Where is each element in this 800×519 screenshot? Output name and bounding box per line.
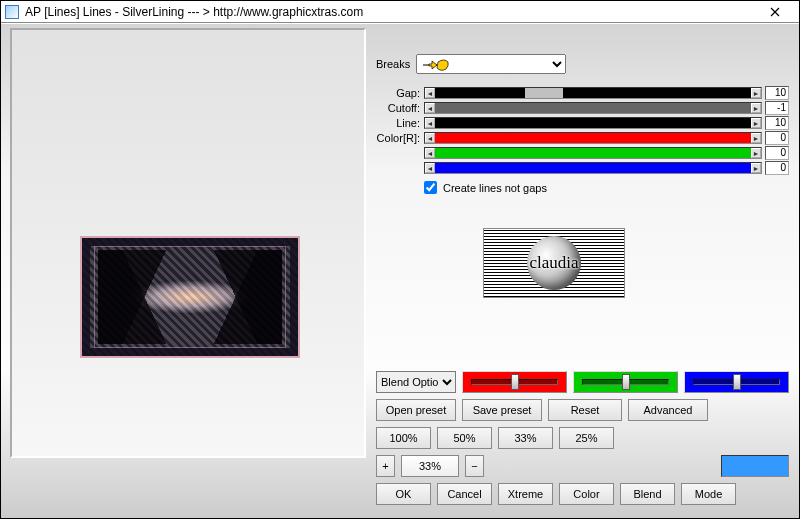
arrow-left-icon[interactable]: ◄ <box>425 148 435 158</box>
zoom-value[interactable]: 33% <box>401 455 459 477</box>
arrow-right-icon[interactable]: ► <box>751 88 761 98</box>
arrow-left-icon[interactable]: ◄ <box>425 118 435 128</box>
zoom-in-button[interactable]: + <box>376 455 395 477</box>
color-g-slider[interactable]: ◄ ► <box>424 147 762 159</box>
blue-slider[interactable] <box>684 371 789 393</box>
open-preset-button[interactable]: Open preset <box>376 399 456 421</box>
breaks-label: Breaks <box>376 58 410 70</box>
controls-panel: Breaks Gap: ◄ ► 10 <box>376 54 789 194</box>
cutoff-label: Cutoff: <box>376 102 420 114</box>
color-r-slider[interactable]: ◄ ► <box>424 132 762 144</box>
color-swatch[interactable] <box>721 455 789 477</box>
titlebar[interactable]: AP [Lines] Lines - SilverLining --- > ht… <box>1 1 799 23</box>
line-slider[interactable]: ◄ ► <box>424 117 762 129</box>
color-r-row: Color[R]: ◄ ► 0 <box>376 131 789 145</box>
zoom-33-button[interactable]: 33% <box>498 427 553 449</box>
app-icon <box>5 5 19 19</box>
preview-image[interactable] <box>80 236 300 358</box>
gap-label: Gap: <box>376 87 420 99</box>
bottom-deck: Blend Options Open preset Save preset Re… <box>376 371 789 505</box>
color-b-row: ◄ ► 0 <box>376 161 789 175</box>
zoom-50-button[interactable]: 50% <box>437 427 492 449</box>
color-r-value[interactable]: 0 <box>765 131 789 145</box>
arrow-left-icon[interactable]: ◄ <box>425 133 435 143</box>
line-row: Line: ◄ ► 10 <box>376 116 789 130</box>
window-title: AP [Lines] Lines - SilverLining --- > ht… <box>25 5 755 19</box>
arrow-right-icon[interactable]: ► <box>751 103 761 113</box>
line-label: Line: <box>376 117 420 129</box>
mode-button[interactable]: Mode <box>681 483 736 505</box>
color-button[interactable]: Color <box>559 483 614 505</box>
brand-text: claudia <box>529 253 578 273</box>
breaks-select[interactable] <box>416 54 566 74</box>
arrow-right-icon[interactable]: ► <box>751 148 761 158</box>
create-lines-checkbox[interactable]: Create lines not gaps <box>376 181 789 194</box>
cutoff-slider[interactable]: ◄ ► <box>424 102 762 114</box>
arrow-right-icon[interactable]: ► <box>751 163 761 173</box>
cancel-button[interactable]: Cancel <box>437 483 492 505</box>
ok-button[interactable]: OK <box>376 483 431 505</box>
arrow-right-icon[interactable]: ► <box>751 133 761 143</box>
color-b-value[interactable]: 0 <box>765 161 789 175</box>
cutoff-row: Cutoff: ◄ ► -1 <box>376 101 789 115</box>
line-value[interactable]: 10 <box>765 116 789 130</box>
blend-button[interactable]: Blend <box>620 483 675 505</box>
cutoff-value[interactable]: -1 <box>765 101 789 115</box>
preview-panel <box>10 28 366 458</box>
color-g-row: ◄ ► 0 <box>376 146 789 160</box>
blend-row: Blend Options <box>376 371 789 393</box>
create-lines-label: Create lines not gaps <box>443 182 547 194</box>
client-area: Breaks Gap: ◄ ► 10 <box>1 23 799 518</box>
xtreme-button[interactable]: Xtreme <box>498 483 553 505</box>
arrow-right-icon[interactable]: ► <box>751 118 761 128</box>
zoom-stepper-row: + 33% − <box>376 455 789 477</box>
zoom-100-button[interactable]: 100% <box>376 427 431 449</box>
breaks-row: Breaks <box>376 54 789 74</box>
arrow-left-icon[interactable]: ◄ <box>425 103 435 113</box>
red-slider[interactable] <box>462 371 567 393</box>
close-button[interactable] <box>755 2 795 22</box>
zoom-presets-row: 100% 50% 33% 25% <box>376 427 789 449</box>
zoom-25-button[interactable]: 25% <box>559 427 614 449</box>
save-preset-button[interactable]: Save preset <box>462 399 542 421</box>
arrow-left-icon[interactable]: ◄ <box>425 163 435 173</box>
reset-button[interactable]: Reset <box>548 399 622 421</box>
app-window: AP [Lines] Lines - SilverLining --- > ht… <box>0 0 800 519</box>
color-b-slider[interactable]: ◄ ► <box>424 162 762 174</box>
close-icon <box>770 7 780 17</box>
arrow-left-icon[interactable]: ◄ <box>425 88 435 98</box>
preset-row: Open preset Save preset Reset Advanced <box>376 399 789 421</box>
brand-logo: claudia <box>483 228 625 298</box>
advanced-button[interactable]: Advanced <box>628 399 708 421</box>
green-slider[interactable] <box>573 371 678 393</box>
gap-value[interactable]: 10 <box>765 86 789 100</box>
color-g-value[interactable]: 0 <box>765 146 789 160</box>
color-label: Color[R]: <box>376 132 420 144</box>
gap-slider[interactable]: ◄ ► <box>424 87 762 99</box>
gap-row: Gap: ◄ ► 10 <box>376 86 789 100</box>
action-row: OK Cancel Xtreme Color Blend Mode <box>376 483 789 505</box>
blend-options-select[interactable]: Blend Options <box>376 371 456 393</box>
create-lines-check[interactable] <box>424 181 437 194</box>
zoom-out-button[interactable]: − <box>465 455 484 477</box>
